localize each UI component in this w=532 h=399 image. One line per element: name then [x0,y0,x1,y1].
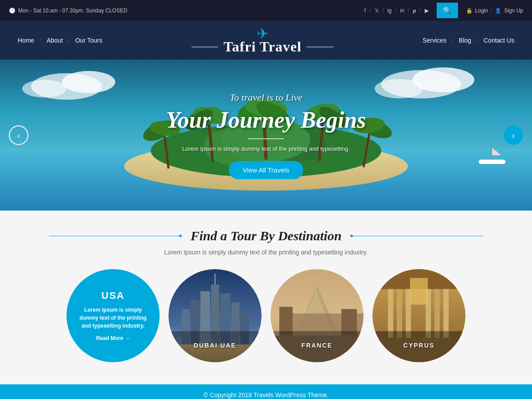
hours-text: Mon - Sat 10.am - 07.30pm. Sunday CLOSED [18,8,127,14]
logo-line-right [307,47,333,47]
svg-marker-33 [492,148,501,155]
hero-content: To travel is to Live Your Journey Begins… [157,83,375,188]
destination-france[interactable]: FRANCE [270,269,364,362]
nav-contact[interactable]: Contact Us [484,37,514,44]
footer: © Copyright 2018 Travels WordPress Theme… [0,384,532,399]
svg-rect-31 [479,160,505,164]
hero-section: To travel is to Live Your Journey Begins… [0,60,532,211]
user-icon: 👤 [495,8,501,14]
signup-link[interactable]: Sign Up [504,8,523,14]
section-title-wrap: Find a Tour By Destination [18,228,514,243]
dest-france-label: FRANCE [270,342,364,349]
dest-usa-desc: Lorem Ipsum is simply dummy text of the … [75,306,151,330]
login-link[interactable]: Login [475,8,488,14]
section-title: Find a Tour By Destination [191,228,342,243]
facebook-icon[interactable]: f [364,8,366,14]
svg-point-6 [375,79,423,98]
destinations-grid: USA Lorem Ipsum is simply dummy text of … [18,269,514,362]
svg-point-3 [22,80,66,98]
destination-dubai[interactable]: DUBAI UAE [168,269,262,362]
destinations-section: Find a Tour By Destination Lorem Ipsum i… [0,211,532,384]
sep4: / [408,8,409,14]
sep5: / [419,8,421,14]
section-subtitle: Lorem Ipsum is simply dummy text of the … [18,249,514,256]
logo-text: Tafri Travel [192,39,333,55]
section-line-end-left [179,235,182,237]
nav-services[interactable]: Services [422,37,446,44]
linkedin-icon[interactable]: in [400,8,404,14]
section-line-left [49,236,179,236]
svg-point-1 [31,73,102,100]
dest-usa-name: USA [102,290,125,301]
top-bar-right: f / 𝕏 / ig / in / 𝙥 / ▶ 🔍 🔒 Login / 👤 Si… [364,3,523,18]
footer-text: © Copyright 2018 Travels WordPress Theme… [7,391,525,399]
clock-icon: 🕐 [9,8,16,14]
dest-dubai-label: DUBAI UAE [168,342,262,349]
header: Home / About / Our Tours ✈ Tafri Travel … [0,21,532,60]
nav-our-tours[interactable]: Our Tours [75,37,102,44]
dest-usa-link[interactable]: Read More → [96,335,130,341]
svg-point-5 [412,67,474,92]
logo: ✈ Tafri Travel [192,25,333,55]
nav-home[interactable]: Home [18,37,34,44]
svg-point-2 [62,71,115,93]
nav-right: Services / Blog / Contact Us [422,37,514,44]
hero-divider [248,138,284,139]
svg-rect-66 [410,278,428,305]
hero-subtitle: To travel is to Live [166,92,366,103]
sep2: / [383,8,384,14]
hero-prev-button[interactable]: ‹ [9,125,28,145]
nav-left: Home / About / Our Tours [18,37,102,44]
sep3: / [395,8,396,14]
youtube-icon[interactable]: ▶ [425,8,429,14]
dest-cyprus-label: CYPRUS [372,342,466,349]
nav-about[interactable]: About [47,37,63,44]
destination-cyprus[interactable]: CYPRUS [372,269,466,362]
top-bar: 🕐 Mon - Sat 10.am - 07.30pm. Sunday CLOS… [0,0,532,21]
hero-title: Your Journey Begins [166,107,366,133]
search-button[interactable]: 🔍 [437,3,458,18]
twitter-icon[interactable]: 𝕏 [375,8,379,14]
top-bar-left: 🕐 Mon - Sat 10.am - 07.30pm. Sunday CLOS… [9,8,127,14]
logo-line-left [192,47,218,47]
hero-next-button[interactable]: › [504,125,523,145]
pinterest-icon[interactable]: 𝙥 [413,8,416,14]
svg-point-4 [381,70,461,98]
nav-blog[interactable]: Blog [459,37,471,44]
auth-links: 🔒 Login / 👤 Sign Up [466,8,523,14]
hero-desc: Lorem Ipsum is simply dummy text of the … [166,145,366,152]
destination-usa[interactable]: USA Lorem Ipsum is simply dummy text of … [66,269,160,362]
sep1: / [369,8,371,14]
instagram-icon[interactable]: ig [387,8,391,14]
lock-icon: 🔒 [466,8,473,14]
section-line-right [353,236,483,236]
view-all-travels-button[interactable]: View All Travels [229,161,304,179]
